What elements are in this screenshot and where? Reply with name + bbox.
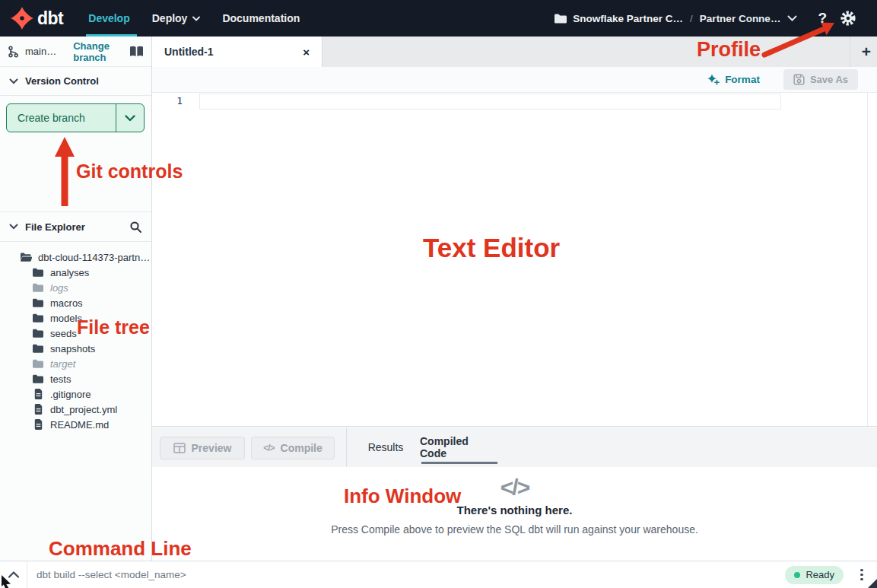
tree-item-label: snapshots — [50, 343, 95, 354]
tree-item-label: dbt-cloud-114373-partn… — [38, 252, 150, 263]
navbar-right: Snowflake Partner C… / Partner Conne… ? — [554, 10, 856, 27]
top-navbar: dbt Develop Deploy Documentation Snowfla… — [0, 0, 877, 37]
file-icon — [32, 389, 44, 399]
info-window: Preview </> Compile Results Compiled Cod… — [152, 426, 877, 561]
tree-item-label: macros — [50, 297, 83, 309]
tab-title: Untitled-1 — [164, 46, 214, 58]
change-branch-link[interactable]: Change branch — [73, 40, 129, 63]
docs-book-icon[interactable] — [129, 46, 144, 57]
new-tab-button[interactable]: + — [853, 37, 877, 67]
tree-row-models[interactable]: models — [0, 310, 151, 326]
tree-row-analyses[interactable]: analyses — [0, 265, 151, 280]
format-button[interactable]: Format — [707, 73, 760, 86]
chevron-down-icon — [9, 78, 18, 84]
nav-develop[interactable]: Develop — [88, 12, 129, 24]
preview-button[interactable]: Preview — [160, 437, 245, 459]
tree-item-label: analyses — [50, 267, 89, 278]
folder-icon — [32, 374, 44, 383]
tree-row-project-root[interactable]: dbt-cloud-114373-partn… — [0, 250, 151, 265]
tree-item-label: models — [50, 313, 82, 324]
tree-row-tests[interactable]: tests — [0, 371, 151, 386]
tree-row-dbt-project-yml[interactable]: dbt_project.yml — [0, 402, 151, 417]
editor-tab-bar: Untitled-1 × + — [152, 37, 877, 67]
current-branch-name: main… — [25, 46, 56, 57]
status-badge: Ready — [785, 566, 844, 584]
empty-state-subtitle: Press Compile above to preview the SQL d… — [331, 523, 698, 536]
nav-deploy[interactable]: Deploy — [152, 12, 201, 24]
tree-item-label: seeds — [50, 328, 77, 339]
dbt-logo-icon — [11, 7, 33, 30]
editor-toolbar: Format Save As — [152, 67, 877, 93]
empty-state-title: There's nothing here. — [457, 504, 573, 516]
code-icon: </> — [263, 443, 274, 453]
folder-icon — [32, 329, 44, 338]
git-branch-row: main… Change branch — [0, 37, 151, 67]
chevron-down-icon — [192, 16, 200, 21]
tree-row-logs[interactable]: logs — [0, 280, 151, 295]
tab-bar-divider — [850, 37, 850, 67]
dbt-logo-text: dbt — [37, 8, 63, 29]
nav-deploy-label: Deploy — [152, 12, 188, 24]
resize-grip-icon[interactable] — [867, 579, 877, 588]
text-editor[interactable]: 1 — [152, 93, 877, 426]
git-branch-icon — [8, 46, 19, 58]
code-icon: </> — [500, 475, 529, 500]
tree-item-label: target — [50, 358, 75, 370]
tree-row-readme[interactable]: README.md — [0, 417, 151, 432]
version-control-label: Version Control — [25, 75, 99, 87]
folder-icon — [32, 298, 44, 307]
dbt-logo[interactable]: dbt — [11, 7, 63, 30]
create-branch-button[interactable]: Create branch — [6, 103, 145, 132]
tree-row-snapshots[interactable]: snapshots — [0, 341, 151, 356]
tree-item-label: .gitignore — [50, 389, 91, 400]
tree-row-target[interactable]: target — [0, 356, 151, 371]
line-number: 1 — [169, 95, 183, 106]
table-icon — [173, 443, 186, 453]
tree-item-label: logs — [50, 282, 68, 294]
chevron-down-icon — [9, 224, 18, 230]
compile-button[interactable]: </> Compile — [251, 437, 335, 459]
command-input[interactable] — [27, 569, 785, 580]
version-control-header[interactable]: Version Control — [0, 67, 151, 96]
environment-chevron-down-icon[interactable] — [787, 15, 797, 21]
folder-icon — [32, 313, 44, 323]
close-icon[interactable]: × — [303, 46, 310, 59]
active-line-highlight[interactable] — [199, 94, 781, 110]
help-icon[interactable]: ? — [818, 10, 827, 27]
folder-open-icon — [20, 253, 32, 262]
project-name[interactable]: Snowflake Partner C… — [573, 13, 683, 24]
folder-icon — [32, 268, 44, 277]
mouse-cursor-icon — [0, 574, 14, 588]
environment-name[interactable]: Partner Conne… — [700, 13, 781, 24]
breadcrumb-separator: / — [690, 13, 693, 24]
preview-label: Preview — [192, 442, 232, 454]
tree-item-label: README.md — [50, 419, 109, 431]
file-explorer-label: File Explorer — [25, 221, 85, 233]
editor-scrollbar-track[interactable] — [867, 93, 868, 426]
folder-icon — [32, 283, 44, 292]
project-folder-icon — [554, 14, 567, 24]
nav-documentation[interactable]: Documentation — [222, 12, 300, 24]
tree-row-macros[interactable]: macros — [0, 295, 151, 310]
file-tree: dbt-cloud-114373-partn… analyses logs ma… — [0, 250, 151, 432]
sidebar: main… Change branch Version Control Crea… — [0, 37, 152, 588]
toolbar-divider — [346, 427, 347, 467]
tab-results[interactable]: Results — [359, 427, 412, 467]
tree-row-seeds[interactable]: seeds — [0, 326, 151, 341]
file-icon — [32, 419, 44, 430]
file-explorer-header[interactable]: File Explorer — [0, 211, 151, 242]
tab-untitled-1[interactable]: Untitled-1 × — [152, 37, 323, 67]
search-icon[interactable] — [129, 221, 142, 234]
save-as-button[interactable]: Save As — [783, 69, 858, 90]
tree-item-label: dbt_project.yml — [50, 404, 117, 415]
info-window-toolbar: Preview </> Compile Results Compiled Cod… — [152, 427, 877, 467]
folder-icon — [32, 344, 44, 353]
format-label: Format — [725, 74, 760, 85]
tree-row-gitignore[interactable]: .gitignore — [0, 386, 151, 402]
status-dot-icon — [794, 572, 800, 578]
gear-icon[interactable] — [840, 10, 856, 27]
compile-label: Compile — [281, 442, 323, 454]
status-label: Ready — [806, 569, 834, 580]
tree-item-label: tests — [50, 373, 71, 385]
create-branch-dropdown[interactable] — [116, 104, 144, 132]
